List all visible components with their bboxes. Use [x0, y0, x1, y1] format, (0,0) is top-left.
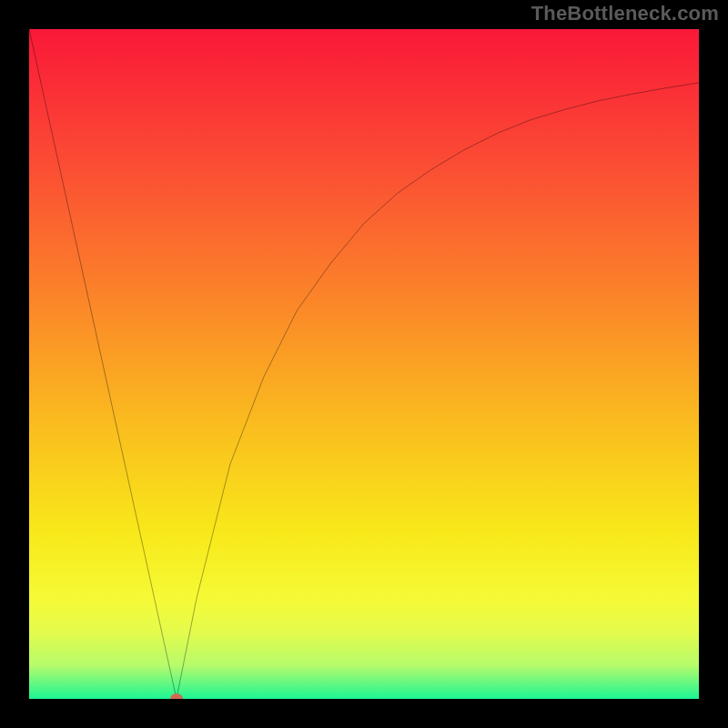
curve-layer — [29, 29, 699, 699]
minimum-marker — [170, 693, 183, 699]
chart-frame: TheBottleneck.com — [0, 0, 728, 728]
plot-area — [29, 29, 699, 699]
bottleneck-curve — [29, 29, 699, 699]
watermark-text: TheBottleneck.com — [531, 2, 719, 25]
